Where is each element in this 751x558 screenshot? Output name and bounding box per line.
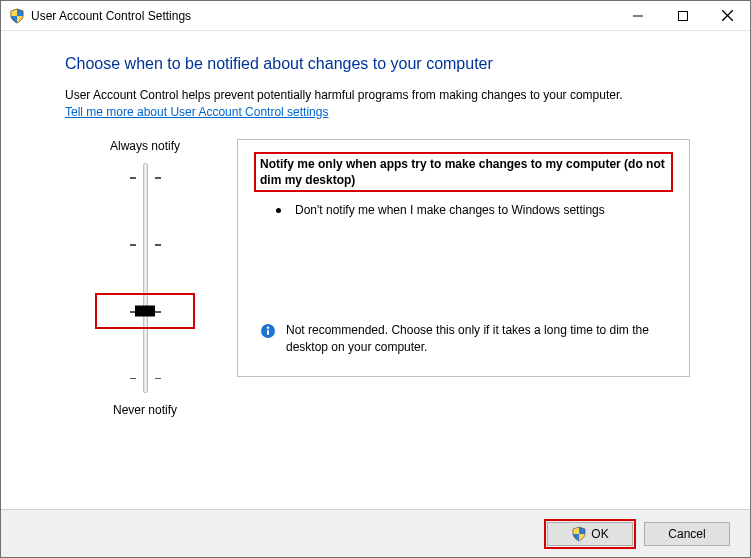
page-heading: Choose when to be notified about changes… <box>65 55 690 73</box>
notification-description-panel: Notify me only when apps try to make cha… <box>237 139 690 377</box>
highlight-ok-button: OK <box>544 519 636 549</box>
panel-recommendation: Not recommended. Choose this only if it … <box>254 322 673 364</box>
window-title: User Account Control Settings <box>31 9 191 23</box>
slider-bottom-label: Never notify <box>113 403 177 417</box>
bullet-icon <box>276 208 281 213</box>
panel-recommendation-text: Not recommended. Choose this only if it … <box>286 322 663 356</box>
uac-shield-icon <box>9 8 25 24</box>
svg-point-5 <box>267 327 269 329</box>
content-area: Choose when to be notified about changes… <box>1 31 750 509</box>
maximize-button[interactable] <box>660 1 705 30</box>
svg-rect-6 <box>267 330 269 335</box>
svg-rect-1 <box>678 11 687 20</box>
panel-title: Notify me only when apps try to make cha… <box>256 154 671 190</box>
slider-top-label: Always notify <box>110 139 180 153</box>
uac-settings-window: User Account Control Settings Choose whe… <box>0 0 751 558</box>
cancel-button-label: Cancel <box>668 527 705 541</box>
panel-bullet-text: Don't notify me when I make changes to W… <box>295 202 605 219</box>
uac-shield-icon <box>571 526 587 542</box>
ok-button-label: OK <box>591 527 608 541</box>
page-description: User Account Control helps prevent poten… <box>65 87 690 121</box>
close-button[interactable] <box>705 1 750 30</box>
highlight-panel-title: Notify me only when apps try to make cha… <box>254 152 673 192</box>
learn-more-link[interactable]: Tell me more about User Account Control … <box>65 104 328 121</box>
cancel-button[interactable]: Cancel <box>644 522 730 546</box>
titlebar: User Account Control Settings <box>1 1 750 31</box>
info-icon <box>260 323 276 339</box>
minimize-button[interactable] <box>615 1 660 30</box>
notification-slider[interactable] <box>115 163 175 393</box>
panel-bullet: Don't notify me when I make changes to W… <box>254 202 673 219</box>
notification-slider-area: Always notify Never notify <box>65 139 225 417</box>
slider-thumb[interactable] <box>135 306 155 317</box>
dialog-footer: OK Cancel <box>1 509 750 557</box>
ok-button[interactable]: OK <box>547 522 633 546</box>
description-text: User Account Control helps prevent poten… <box>65 88 623 102</box>
